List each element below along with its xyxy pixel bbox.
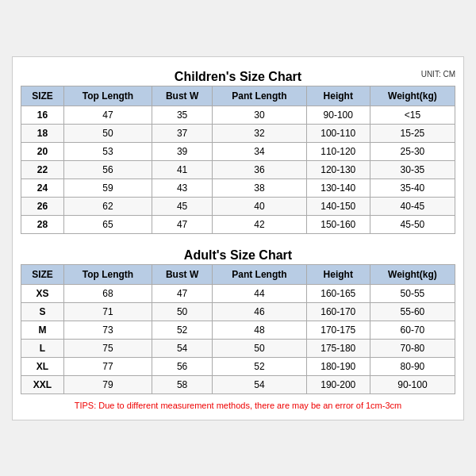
table-row: 18503732100-11015-25: [21, 124, 455, 142]
children-col-bust-w: Bust W: [152, 86, 213, 106]
children-col-weight: Weight(kg): [370, 86, 455, 106]
children-col-top-length: Top Length: [63, 86, 152, 106]
table-row: XXL795854190-20090-100: [21, 375, 455, 393]
table-row: 22564136120-13030-35: [21, 160, 455, 178]
children-col-size: SIZE: [21, 86, 64, 106]
table-row: 28654742150-16045-50: [21, 215, 455, 233]
table-row: L755450175-18070-80: [21, 339, 455, 357]
adults-table: SIZE Top Length Bust W Pant Length Heigh…: [21, 264, 455, 394]
table-row: 24594338130-14035-40: [21, 178, 455, 197]
chart-container: Children's Size Chart UNIT: CM SIZE Top …: [12, 56, 464, 420]
adults-header-row: SIZE Top Length Bust W Pant Length Heigh…: [21, 264, 455, 284]
children-table: SIZE Top Length Bust W Pant Length Heigh…: [21, 86, 455, 234]
adults-col-bust-w: Bust W: [152, 264, 213, 284]
tips-text: TIPS: Due to different measurement metho…: [21, 397, 455, 412]
adults-title: Adult's Size Chart: [21, 244, 455, 264]
children-header-row: SIZE Top Length Bust W Pant Length Heigh…: [21, 86, 455, 106]
table-row: XS684744160-16550-55: [21, 284, 455, 302]
table-row: 26624540140-15040-45: [21, 197, 455, 215]
table-row: 20533934110-12025-30: [21, 142, 455, 160]
table-row: 1647353090-100<15: [21, 106, 455, 124]
children-col-height: Height: [306, 86, 370, 106]
children-title-text: Children's Size Chart: [175, 70, 301, 83]
adults-title-text: Adult's Size Chart: [184, 248, 292, 262]
adults-col-weight: Weight(kg): [370, 264, 455, 284]
children-col-pant-length: Pant Length: [213, 86, 306, 106]
adults-col-size: SIZE: [21, 264, 64, 284]
adults-col-top-length: Top Length: [63, 264, 152, 284]
adults-col-height: Height: [306, 264, 370, 284]
unit-label: UNIT: CM: [421, 70, 455, 79]
table-row: XL775652180-19080-90: [21, 357, 455, 375]
children-title: Children's Size Chart UNIT: CM: [21, 65, 455, 86]
adults-col-pant-length: Pant Length: [213, 264, 306, 284]
table-row: M735248170-17560-70: [21, 321, 455, 339]
table-row: S715046160-17055-60: [21, 302, 455, 321]
